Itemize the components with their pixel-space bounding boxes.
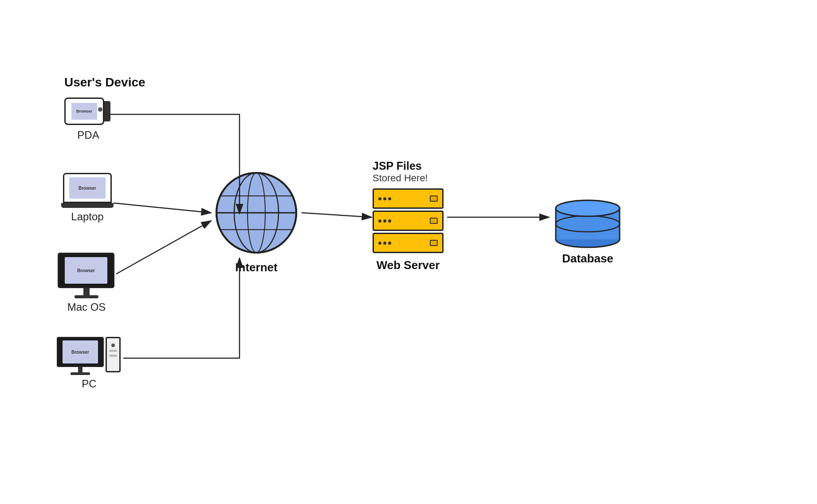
server-unit-1 — [373, 188, 444, 209]
globe-icon — [212, 168, 301, 257]
jsp-files-label: JSP Files — [373, 160, 428, 172]
pc-device-group: Browser PC — [57, 337, 122, 390]
internet-group: Internet — [212, 168, 301, 274]
pc-screen: Browser — [63, 340, 98, 363]
svg-point-14 — [556, 216, 620, 232]
laptop-icon: Browser — [61, 173, 114, 208]
stored-here-label: Stored Here! — [373, 172, 428, 184]
web-server-label: Web Server — [377, 258, 440, 272]
pda-screen: Browser — [71, 103, 97, 120]
web-server-group: JSP Files Stored Here! — [373, 160, 444, 272]
laptop-device-group: Browser Laptop — [61, 173, 114, 223]
database-group: Database — [550, 177, 625, 266]
macos-device-group: Browser Mac OS — [58, 253, 115, 313]
svg-line-19 — [302, 213, 372, 217]
pc-icon: Browser — [57, 337, 122, 375]
laptop-screen: Browser — [69, 177, 106, 199]
svg-line-17 — [114, 203, 211, 213]
internet-label: Internet — [235, 261, 277, 274]
svg-line-18 — [116, 221, 211, 274]
server-unit-3 — [373, 233, 444, 253]
svg-point-15 — [556, 200, 620, 216]
users-device-label: User's Device — [64, 75, 145, 90]
diagram: User's Device Browser PDA Browser Laptop — [0, 0, 817, 504]
server-unit-2 — [373, 211, 444, 231]
pda-device-group: Browser PDA — [64, 98, 112, 141]
laptop-label: Laptop — [71, 211, 103, 223]
pc-label: PC — [82, 378, 96, 390]
server-stack — [373, 188, 444, 253]
database-icon — [550, 177, 625, 248]
database-label: Database — [562, 252, 613, 266]
macos-icon: Browser — [58, 253, 115, 298]
pda-label: PDA — [77, 129, 99, 141]
pda-icon: Browser — [64, 98, 112, 126]
macos-screen: Browser — [65, 257, 107, 284]
macos-label: Mac OS — [67, 301, 106, 313]
